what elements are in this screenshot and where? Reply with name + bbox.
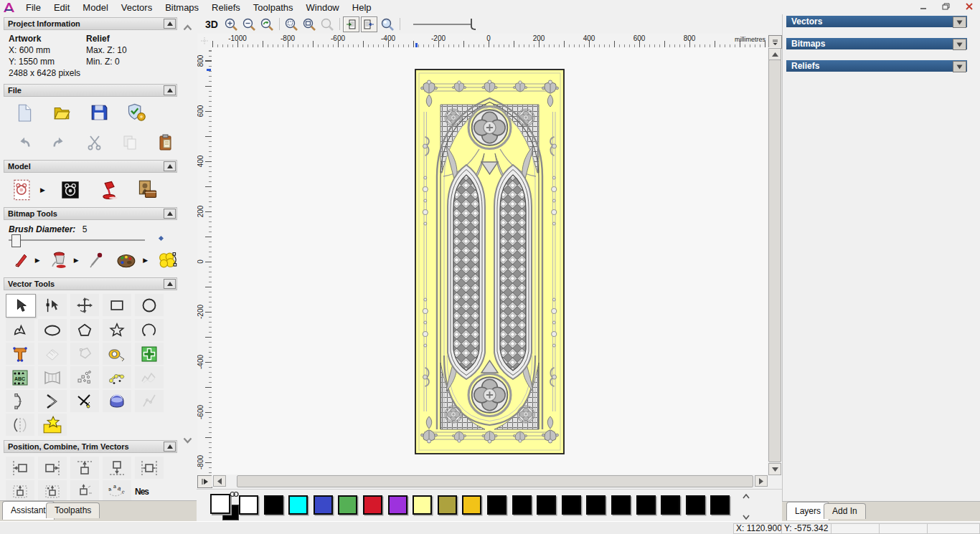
ellipse-tool[interactable] [38,319,67,341]
palette-swatch[interactable] [239,495,258,515]
palette-icon[interactable] [113,248,141,272]
scroll-down-icon[interactable] [183,437,192,444]
palette-swatch[interactable] [388,495,407,515]
star-tool[interactable] [103,319,131,341]
reliefs-header[interactable]: Reliefs [786,60,967,72]
palette-swatch[interactable] [363,495,382,515]
collapse-icon[interactable] [164,19,176,29]
palette-swatch[interactable] [487,495,507,515]
palette-swatch[interactable] [686,495,705,515]
palette-swatch[interactable] [314,495,333,515]
trim-tool[interactable] [70,390,99,412]
palette-swatch[interactable] [512,495,532,515]
zoom-box-icon[interactable] [283,16,301,32]
palette-swatch[interactable] [586,495,606,515]
fit-arcs-tool[interactable] [6,390,34,412]
scroll-down-arrow-icon[interactable] [768,463,781,475]
zoom-slider-thumb[interactable] [469,18,478,31]
menu-model[interactable]: Model [76,1,114,14]
align-top-tool[interactable] [70,457,99,479]
flyout-arrow-icon[interactable]: ▶ [74,257,79,264]
paint-icon[interactable] [10,248,33,272]
primary-colour-swatch[interactable] [210,494,230,514]
ruler-origin-button[interactable] [197,34,212,48]
minimize-button[interactable] [914,1,932,11]
align-left-tool[interactable] [6,457,34,479]
light-material-icon[interactable] [95,178,123,202]
collapse-icon[interactable] [164,279,176,289]
scroll-right-arrow-icon[interactable] [755,475,768,487]
scroll-up-arrow-icon[interactable] [768,48,781,60]
tab-toolpaths[interactable]: Toolpaths [46,502,100,518]
zoom-slider[interactable] [413,24,471,25]
vertical-scrollbar[interactable] [768,47,781,475]
undo-icon[interactable] [10,130,37,155]
centre-x-tool[interactable] [6,480,34,500]
collapse-icon[interactable] [164,209,176,219]
texture-relief-icon[interactable] [133,178,162,202]
scroll-up-icon[interactable] [183,24,192,31]
weld-tool[interactable] [103,390,131,412]
text-table-tool[interactable]: ABC [6,366,34,388]
close-button[interactable] [960,1,978,11]
nesting-tool[interactable]: Nes [135,487,165,497]
slider-thumb[interactable] [11,234,21,247]
add-vectors-tool[interactable] [135,343,164,365]
cut-icon[interactable] [81,130,108,155]
palette-swatch[interactable] [413,495,432,515]
greyscale-model-icon[interactable] [56,178,85,202]
offset-tool[interactable] [38,390,67,412]
brush-diameter-slider[interactable] [9,239,145,241]
circle-tool[interactable] [135,294,164,316]
collapse-icon[interactable] [164,85,176,95]
paste-along-curve-tool[interactable] [70,366,99,388]
palette-scroll-down-icon[interactable] [743,515,750,520]
palette-scroll-up-icon[interactable] [743,494,750,499]
mirror-tool[interactable] [6,414,34,436]
zoom-out-icon[interactable] [240,16,258,32]
transform-tool[interactable] [70,294,99,316]
arc-tool[interactable] [135,319,164,341]
vertical-scroll-thumb[interactable] [768,59,781,462]
palette-swatch[interactable] [264,495,283,515]
palette-swatch[interactable] [338,495,357,515]
view-3d-button[interactable]: 3D [205,19,218,30]
palette-swatch[interactable] [537,495,556,515]
vectors-dropdown-icon[interactable] [953,16,966,28]
zoom-previous-icon[interactable] [258,16,276,32]
menu-edit[interactable]: Edit [47,1,76,14]
rectangle-tool[interactable] [103,294,131,316]
palette-swatch[interactable] [611,495,631,515]
palette-swatch[interactable] [636,495,656,515]
vectors-header[interactable]: Vectors [786,16,967,27]
text-tool[interactable] [6,343,34,365]
ruler-toggle-button[interactable] [197,475,212,488]
zoom-fit-icon[interactable] [301,16,319,32]
preview-icon[interactable] [379,16,397,32]
bitmaps-header[interactable]: Bitmaps [786,38,967,49]
reliefs-dropdown-icon[interactable] [953,61,966,72]
bitmap-to-vector-icon[interactable] [155,248,179,272]
align-right-tool[interactable] [38,457,67,479]
node-edit-tool[interactable] [38,294,67,316]
menu-toolpaths[interactable]: Toolpaths [247,1,300,14]
flyout-arrow-icon[interactable]: ▶ [35,257,40,264]
collapse-icon[interactable] [164,161,176,171]
new-model-icon[interactable] [10,100,39,125]
scroll-left-arrow-icon[interactable] [213,475,226,487]
palette-swatch[interactable] [710,495,730,515]
envelope-tool[interactable] [38,366,67,388]
model-viewport[interactable] [212,47,768,475]
toggle-guides-icon[interactable] [361,16,377,32]
palette-swatch[interactable] [462,495,481,515]
wrap-tool[interactable] [38,414,67,436]
measure-tool[interactable] [103,343,131,365]
flyout-arrow-icon[interactable]: ▶ [143,257,148,264]
primary-secondary-colour-indicator[interactable] [210,493,240,520]
flood-fill-icon[interactable] [47,248,72,272]
bitmaps-dropdown-icon[interactable] [953,39,966,50]
centre-page-tool[interactable] [70,480,99,500]
model-check-icon[interactable] [122,100,151,125]
scatter-text-tool[interactable]: aaac [103,480,131,500]
horizontal-scrollbar[interactable] [212,475,768,487]
